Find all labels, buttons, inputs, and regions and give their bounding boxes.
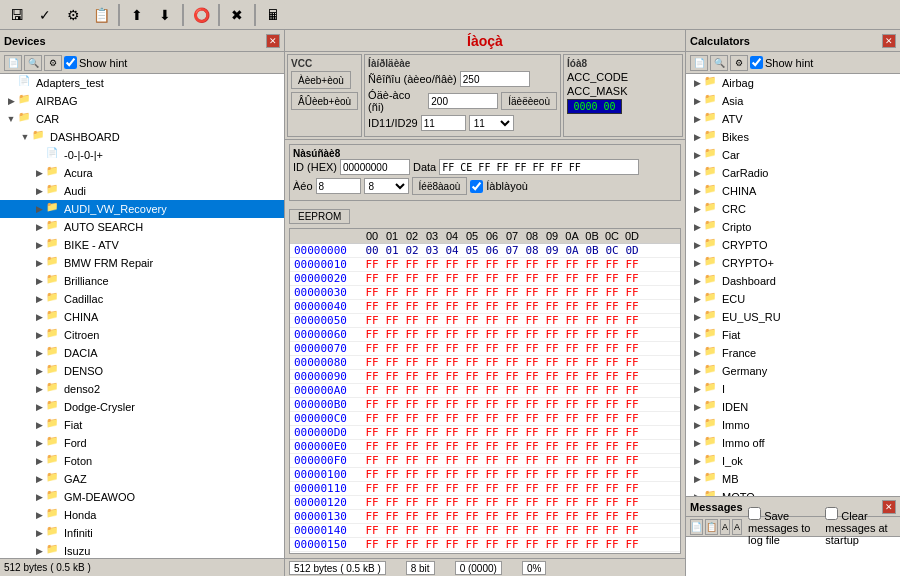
tree-item[interactable]: ▶📁Dodge-Crysler	[0, 398, 284, 416]
tree-expand-icon[interactable]: ▶	[32, 310, 46, 324]
tree-item[interactable]: ▶📁Infiniti	[0, 524, 284, 542]
calc-expand-icon[interactable]: ▶	[690, 454, 704, 468]
calc-tree-item[interactable]: ▶📁Airbag	[686, 74, 900, 92]
calc-tree-item[interactable]: ▶📁Germany	[686, 362, 900, 380]
devices-search-btn[interactable]: 🔍	[24, 55, 42, 71]
calc-tree-item[interactable]: ▶📁Car	[686, 146, 900, 164]
calc-tree-item[interactable]: ▶📁MOTO	[686, 488, 900, 496]
tree-expand-icon[interactable]: ▶	[32, 184, 46, 198]
calc-expand-icon[interactable]: ▶	[690, 184, 704, 198]
calc-expand-icon[interactable]: ▶	[690, 130, 704, 144]
tree-expand-icon[interactable]: ▶	[32, 544, 46, 558]
calc-show-hint-checkbox[interactable]	[750, 56, 763, 69]
tree-item[interactable]: ▶📁Ford	[0, 434, 284, 452]
calc-expand-icon[interactable]: ▶	[690, 256, 704, 270]
tree-expand-icon[interactable]: ▶	[32, 274, 46, 288]
calc-tree-item[interactable]: ▶📁Asia	[686, 92, 900, 110]
calc-tree-item[interactable]: ▶📁CRYPTO	[686, 236, 900, 254]
tree-expand-icon[interactable]: ▶	[32, 526, 46, 540]
tree-expand-icon[interactable]: ▶	[32, 382, 46, 396]
clear-startup-checkbox[interactable]	[825, 507, 838, 520]
tree-expand-icon[interactable]	[4, 76, 18, 90]
calc-tree-item[interactable]: ▶📁MB	[686, 470, 900, 488]
toolbar-btn-5[interactable]: ⬆	[124, 2, 150, 28]
tree-item[interactable]: ▶📁CHINA	[0, 308, 284, 326]
calc-expand-icon[interactable]: ▶	[690, 310, 704, 324]
msg-btn1[interactable]: 📄	[690, 519, 703, 535]
tree-expand-icon[interactable]: ▶	[32, 364, 46, 378]
calc-expand-icon[interactable]: ▶	[690, 274, 704, 288]
tree-item[interactable]: ▶📁GM-DEAWOO	[0, 488, 284, 506]
tree-item[interactable]: ▶📁Acura	[0, 164, 284, 182]
tree-item[interactable]: ▶📁GAZ	[0, 470, 284, 488]
toolbar-btn-3[interactable]: ⚙	[60, 2, 86, 28]
calc-tree-item[interactable]: ▶📁I	[686, 380, 900, 398]
msg-btn3[interactable]: A	[720, 519, 730, 535]
tree-item[interactable]: ▶📁Citroen	[0, 326, 284, 344]
calc-expand-icon[interactable]: ▶	[690, 202, 704, 216]
tree-item[interactable]: ▶📁AUDI_VW_Recovery	[0, 200, 284, 218]
tree-item[interactable]: 📄-0-|-0-|+	[0, 146, 284, 164]
calc-tree-item[interactable]: ▶📁France	[686, 344, 900, 362]
data-input[interactable]	[439, 159, 639, 175]
toolbar-btn-6[interactable]: ⬇	[152, 2, 178, 28]
calc-expand-icon[interactable]: ▶	[690, 436, 704, 450]
devices-filter-btn[interactable]: ⚙	[44, 55, 62, 71]
calc-expand-icon[interactable]: ▶	[690, 112, 704, 126]
calc-expand-icon[interactable]: ▶	[690, 364, 704, 378]
tree-expand-icon[interactable]: ▶	[32, 220, 46, 234]
toolbar-btn-2[interactable]: ✓	[32, 2, 58, 28]
id-input[interactable]	[421, 115, 466, 131]
calc-tree-item[interactable]: ▶📁I_ok	[686, 452, 900, 470]
tree-item[interactable]: ▶📁Cadillac	[0, 290, 284, 308]
tree-expand-icon[interactable]: ▼	[18, 130, 32, 144]
tree-expand-icon[interactable]: ▶	[32, 238, 46, 252]
calc-search-btn[interactable]: 🔍	[710, 55, 728, 71]
toolbar-btn-4[interactable]: 📋	[88, 2, 114, 28]
tree-expand-icon[interactable]: ▶	[32, 454, 46, 468]
calc-new-btn[interactable]: 📄	[690, 55, 708, 71]
tree-item[interactable]: ▶📁Audi	[0, 182, 284, 200]
calc-filter-btn[interactable]: ⚙	[730, 55, 748, 71]
tree-item[interactable]: ▼📁CAR	[0, 110, 284, 128]
toolbar-btn-1[interactable]: 🖫	[4, 2, 30, 28]
tree-expand-icon[interactable]	[32, 148, 46, 162]
tree-expand-icon[interactable]: ▶	[32, 166, 46, 180]
calc-tree-item[interactable]: ▶📁Cripto	[686, 218, 900, 236]
tree-item[interactable]: ▶📁BIKE - ATV	[0, 236, 284, 254]
calc-expand-icon[interactable]: ▶	[690, 328, 704, 342]
calc-tree-item[interactable]: ▶📁ATV	[686, 110, 900, 128]
tree-item[interactable]: ▶📁AIRBAG	[0, 92, 284, 110]
tree-expand-icon[interactable]: ▶	[32, 490, 46, 504]
tree-item[interactable]: ▶📁Foton	[0, 452, 284, 470]
calc-tree-item[interactable]: ▶📁CRYPTO+	[686, 254, 900, 272]
calc-expand-icon[interactable]: ▶	[690, 148, 704, 162]
msg-btn4[interactable]: A	[732, 519, 742, 535]
tree-item[interactable]: ▶📁AUTO SEARCH	[0, 218, 284, 236]
calc-tree-item[interactable]: ▶📁EU_US_RU	[686, 308, 900, 326]
toolbar-btn-9[interactable]: 🖩	[260, 2, 286, 28]
id-select[interactable]: 11 29	[469, 115, 514, 131]
calc-tree-item[interactable]: ▶📁ECU	[686, 290, 900, 308]
save-log-checkbox[interactable]	[748, 507, 761, 520]
devices-close-button[interactable]: ✕	[266, 34, 280, 48]
calc-tree-item[interactable]: ▶📁CRC	[686, 200, 900, 218]
tree-expand-icon[interactable]: ▶	[32, 328, 46, 342]
calc-tree-item[interactable]: ▶📁Immo	[686, 416, 900, 434]
tree-expand-icon[interactable]: ▶	[32, 472, 46, 486]
tree-expand-icon[interactable]: ▶	[32, 508, 46, 522]
show-hint-checkbox[interactable]	[64, 56, 77, 69]
field1-input[interactable]	[460, 71, 530, 87]
calc-tree-item[interactable]: ▶📁Dashboard	[686, 272, 900, 290]
tree-item[interactable]: ▶📁DACIA	[0, 344, 284, 362]
devices-new-btn[interactable]: 📄	[4, 55, 22, 71]
id-hex-input[interactable]	[340, 159, 410, 175]
tree-item[interactable]: ▶📁Honda	[0, 506, 284, 524]
calc-tree-item[interactable]: ▶📁CarRadio	[686, 164, 900, 182]
toolbar-btn-7[interactable]: ⭕	[188, 2, 214, 28]
calc-tree-item[interactable]: ▶📁Bikes	[686, 128, 900, 146]
vcc-btn1[interactable]: Àèeb+èoù	[291, 71, 351, 89]
toolbar-btn-8[interactable]: ✖	[224, 2, 250, 28]
nablayou-checkbox[interactable]	[470, 180, 483, 193]
tree-expand-icon[interactable]: ▶	[32, 436, 46, 450]
